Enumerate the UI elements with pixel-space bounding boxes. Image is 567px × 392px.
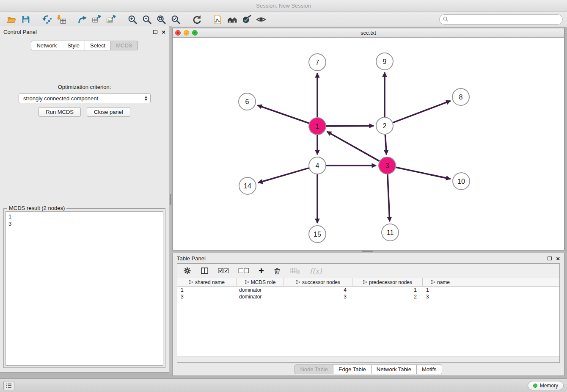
first-neighbors-icon[interactable] [226, 14, 238, 25]
node-1[interactable]: 1 [309, 118, 326, 135]
node-10[interactable]: 10 [453, 173, 470, 190]
cell-successor-nodes: 3 [284, 293, 352, 300]
window-close-button[interactable]: × [175, 30, 181, 36]
column-header-name[interactable]: name [423, 278, 458, 286]
column-header-predecessor-nodes[interactable]: predecessor nodes [352, 278, 423, 286]
import-network-icon[interactable] [41, 14, 53, 25]
node-9[interactable]: 9 [376, 53, 393, 70]
run-mcds-button[interactable]: Run MCDS [39, 107, 81, 117]
node-4[interactable]: 4 [309, 157, 326, 174]
memory-button[interactable]: Memory [528, 381, 564, 390]
select-all-icon[interactable] [218, 268, 229, 274]
svg-text:11: 11 [387, 229, 394, 236]
close-panel-icon[interactable]: × [162, 29, 165, 35]
apply-style-icon[interactable] [241, 14, 253, 25]
optimization-criterion-select[interactable]: strongly connected component [19, 93, 151, 103]
edge-2-3[interactable] [385, 135, 386, 155]
node-14[interactable]: 14 [239, 177, 256, 194]
column-header-filler [458, 278, 559, 286]
node-7[interactable]: 7 [309, 54, 326, 71]
node-6[interactable]: 6 [239, 93, 256, 110]
table-horizontal-scrollbar[interactable] [177, 356, 559, 362]
delete-table-icon[interactable] [290, 267, 300, 274]
tab-mcds[interactable]: MCDS [110, 41, 138, 50]
show-hide-icon[interactable] [255, 14, 267, 25]
close-panel-button[interactable]: Close panel [87, 107, 130, 117]
show-columns-icon[interactable] [201, 267, 209, 275]
network-canvas[interactable]: 1234678910111415 [173, 38, 564, 250]
zoom-fit-icon[interactable] [155, 14, 167, 25]
zoom-out-icon[interactable] [141, 14, 153, 25]
window-minimize-button[interactable]: − [184, 30, 189, 36]
cell-name: 3 [423, 293, 458, 300]
edge-3-10[interactable] [396, 167, 451, 179]
cell-predecessor-nodes: 1 [352, 287, 423, 293]
search-input[interactable] [451, 17, 559, 22]
table-row[interactable]: 3dominator323 [177, 293, 559, 300]
window-title: Session: New Session [0, 0, 567, 12]
search-field[interactable] [439, 14, 563, 25]
task-history-button[interactable] [3, 381, 14, 390]
table-settings-icon[interactable] [183, 267, 191, 275]
control-panel-title: Control Panel [3, 29, 37, 35]
open-session-icon[interactable] [6, 14, 17, 25]
tab-network-table[interactable]: Network Table [371, 364, 417, 374]
column-header-successor-nodes[interactable]: successor nodes [284, 278, 352, 286]
column-header-mcds-role[interactable]: MCDS role [237, 278, 284, 286]
save-session-icon[interactable] [20, 14, 32, 25]
vertical-splitter[interactable] [169, 26, 172, 373]
delete-column-icon[interactable] [273, 267, 281, 275]
node-3[interactable]: 3 [379, 157, 396, 174]
column-header-shared-name[interactable]: shared name [177, 278, 237, 286]
node-2[interactable]: 2 [376, 117, 393, 134]
network-graph[interactable]: 1234678910111415 [173, 38, 564, 250]
zoom-in-icon[interactable] [127, 14, 138, 25]
edge-1-2[interactable] [326, 126, 374, 126]
export-image-icon[interactable] [105, 14, 117, 25]
table-row[interactable]: 1dominator411 [177, 287, 559, 293]
deselect-all-icon[interactable] [238, 268, 249, 274]
network-window-titlebar[interactable]: × − + scc.txt [173, 28, 564, 38]
svg-text:2: 2 [383, 122, 387, 130]
svg-text:3: 3 [385, 162, 389, 169]
cell-mcds-role: dominator [237, 293, 284, 300]
zoom-selected-icon[interactable] [170, 14, 182, 25]
close-table-panel-icon[interactable]: × [556, 255, 560, 262]
edge-4-14[interactable] [258, 168, 309, 183]
tab-network[interactable]: Network [31, 41, 62, 50]
cell-successor-nodes: 4 [284, 287, 352, 293]
tab-edge-table[interactable]: Edge Table [333, 364, 372, 374]
node-15[interactable]: 15 [309, 226, 326, 243]
control-panel: Control Panel × NetworkStyleSelectMCDS O… [0, 26, 169, 373]
cell-shared-name: 3 [177, 293, 237, 300]
edge-2-8[interactable] [393, 101, 451, 122]
list-icon [6, 383, 12, 388]
float-panel-icon[interactable] [153, 30, 157, 34]
window-zoom-button[interactable]: + [192, 30, 198, 36]
function-builder-icon[interactable]: f(x) [310, 267, 322, 275]
network-document-icon[interactable] [212, 14, 224, 25]
svg-text:8: 8 [459, 94, 463, 101]
tab-node-table[interactable]: Node Table [295, 364, 333, 374]
svg-text:7: 7 [316, 59, 319, 66]
mcds-result-line: 1 [8, 213, 160, 220]
tab-select[interactable]: Select [85, 41, 111, 50]
cell-name: 1 [423, 287, 458, 293]
table-body[interactable]: 1dominator4113dominator323 [177, 287, 559, 356]
tab-motifs[interactable]: Motifs [416, 364, 442, 374]
svg-text:6: 6 [245, 98, 249, 105]
export-network-icon[interactable] [77, 14, 88, 25]
tab-style[interactable]: Style [62, 41, 85, 50]
refresh-icon[interactable] [191, 14, 203, 25]
import-table-icon[interactable] [55, 14, 67, 25]
mcds-result-list[interactable]: 13 [6, 211, 163, 366]
edge-3-11[interactable] [388, 174, 390, 221]
add-column-icon[interactable]: + [259, 266, 264, 276]
float-table-panel-icon[interactable] [548, 257, 552, 260]
edge-3-1[interactable] [327, 132, 380, 161]
svg-text:15: 15 [314, 231, 321, 238]
edge-1-6[interactable] [258, 105, 309, 123]
node-8[interactable]: 8 [452, 88, 469, 105]
node-11[interactable]: 11 [382, 224, 399, 241]
export-table-icon[interactable] [91, 14, 103, 25]
